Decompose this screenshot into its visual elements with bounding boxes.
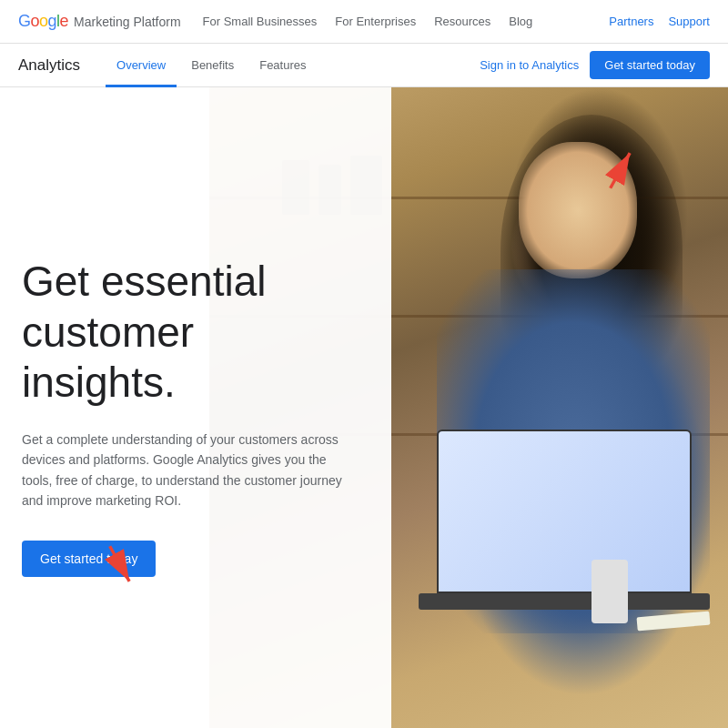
nav-link-blog[interactable]: Blog: [509, 15, 532, 28]
laptop-screen: [437, 430, 692, 593]
analytics-product-title: Analytics: [18, 56, 80, 75]
secondary-navigation: Analytics Overview Benefits Features Sig…: [0, 44, 728, 87]
nav-link-resources[interactable]: Resources: [434, 15, 490, 28]
top-navigation: Google Marketing Platform For Small Busi…: [0, 0, 728, 44]
logo-area: Google Marketing Platform: [18, 12, 181, 31]
laptop-base: [419, 593, 710, 610]
secondary-nav-right: Sign in to Analytics Get started today: [480, 51, 710, 79]
tab-overview[interactable]: Overview: [106, 44, 177, 87]
tab-features[interactable]: Features: [248, 44, 317, 87]
arrow-top-right: [587, 137, 642, 196]
support-link[interactable]: Support: [668, 15, 710, 28]
arrow-hero-btn: [86, 542, 141, 601]
hero-heading: Get essential customer insights.: [22, 257, 355, 408]
secondary-nav-tabs: Overview Benefits Features: [106, 44, 317, 87]
hero-heading-line1: Get essential: [22, 258, 266, 305]
laptop-screen-content: [439, 431, 690, 592]
arrow-hero-btn-svg: [86, 542, 141, 597]
nav-link-small-biz[interactable]: For Small Businesses: [203, 15, 318, 28]
nav-link-enterprises[interactable]: For Enterprises: [335, 15, 416, 28]
hero-section: Get essential customer insights. Get a c…: [0, 87, 728, 728]
svg-line-1: [611, 153, 630, 188]
sign-in-analytics-link[interactable]: Sign in to Analytics: [480, 58, 579, 72]
top-nav-left: Google Marketing Platform For Small Busi…: [18, 12, 532, 31]
top-nav-right: Partners Support: [609, 15, 710, 28]
hero-text-panel: Get essential customer insights. Get a c…: [0, 87, 391, 728]
partners-link[interactable]: Partners: [609, 15, 653, 28]
secondary-nav-left: Analytics Overview Benefits Features: [18, 44, 318, 87]
google-logo: Google: [18, 12, 68, 31]
phone-shape: [592, 560, 628, 623]
arrow-top-right-svg: [587, 137, 642, 192]
hero-heading-line3: insights.: [22, 359, 176, 406]
svg-line-3: [110, 546, 129, 581]
hero-heading-line2: customer: [22, 308, 194, 356]
brand-platform-name: Marketing Platform: [74, 15, 180, 29]
hero-description: Get a complete understanding of your cus…: [22, 430, 349, 511]
top-nav-links: For Small Businesses For Enterprises Res…: [203, 15, 533, 28]
header-cta-button[interactable]: Get started today: [590, 51, 710, 79]
tab-benefits[interactable]: Benefits: [180, 44, 245, 87]
